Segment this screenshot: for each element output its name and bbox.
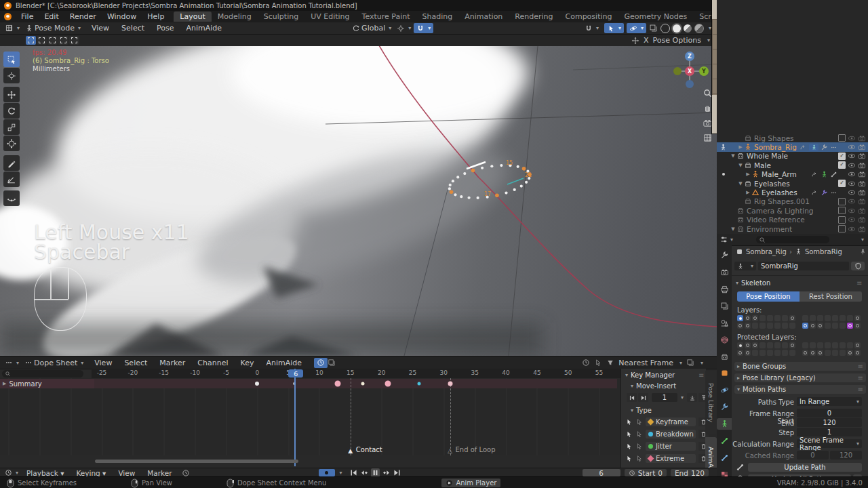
viewport-3d[interactable]: 152117 fps: 20.49 (6) Sombra_Rig : Torso…: [0, 46, 717, 356]
select-mode-set[interactable]: [26, 36, 36, 45]
breadcrumb-object[interactable]: Sombra_Rig: [746, 248, 787, 256]
playhead[interactable]: [294, 369, 296, 466]
layer-cell[interactable]: [789, 315, 795, 321]
preview-range-clock-icon[interactable]: [182, 469, 190, 477]
layer-cell[interactable]: [802, 315, 808, 321]
timeline-ruler[interactable]: -25-20-15-10-50510152025303540455055: [92, 369, 620, 378]
layer-cell[interactable]: [840, 323, 846, 329]
outliner-row-whole-male[interactable]: ▼Whole Male✓: [717, 152, 868, 161]
anim-player-chip[interactable]: Anim Player: [441, 479, 500, 487]
layer-cell[interactable]: [737, 342, 743, 348]
marker-triangle[interactable]: ▲: [348, 447, 353, 454]
layer-cell[interactable]: [737, 315, 743, 321]
normalize-icon[interactable]: [328, 359, 336, 367]
gizmo-y-axis[interactable]: Y: [699, 66, 709, 76]
properties-tab-scene[interactable]: [717, 317, 732, 329]
layer-cell[interactable]: [774, 323, 781, 329]
playhead-sync-toggle[interactable]: [314, 358, 328, 368]
layer-cell[interactable]: [767, 342, 773, 348]
layer-cell[interactable]: [760, 323, 766, 329]
snap-target-button[interactable]: ▾: [604, 23, 624, 33]
visibility-checkbox[interactable]: [838, 207, 846, 214]
layer-cell[interactable]: [817, 350, 823, 356]
key-manager-header[interactable]: ▾Key Manager ≡: [625, 371, 675, 379]
close-player-icon[interactable]: [446, 479, 453, 487]
timeline-menu-keying[interactable]: Keying ▾: [71, 469, 111, 477]
layer-cell[interactable]: [840, 342, 846, 348]
layer-cell[interactable]: [789, 323, 795, 329]
navigation-gizmo[interactable]: Z Y X: [673, 50, 710, 92]
pivot-point-button[interactable]: ▾: [394, 23, 414, 33]
fake-user-shield-button[interactable]: [851, 262, 865, 270]
end-frame-field[interactable]: End120: [671, 469, 709, 476]
breadcrumb-data[interactable]: SombraRig: [805, 248, 842, 256]
keyframe-keyframe-small-f17[interactable]: [361, 382, 365, 386]
layer-cell[interactable]: [745, 315, 751, 321]
summary-expand-icon[interactable]: ▶: [3, 381, 6, 386]
move-right-button[interactable]: [638, 393, 648, 402]
pose-options-dropdown[interactable]: Pose Options: [653, 36, 701, 45]
properties-tab-view-layer[interactable]: [717, 300, 732, 312]
clock-filter-icon[interactable]: [582, 359, 590, 367]
outliner-row-rig-shapes[interactable]: Rig Shapes: [717, 134, 868, 142]
calc-range-dropdown[interactable]: Scene Frame Range▾: [797, 439, 862, 448]
properties-tab-object-data[interactable]: [717, 418, 732, 430]
menu-window[interactable]: Window: [102, 12, 142, 21]
tool-rotate[interactable]: [3, 103, 20, 119]
layer-cell[interactable]: [802, 350, 808, 356]
gizmo-button[interactable]: ▾: [627, 23, 646, 33]
key-type-pill-breakdown[interactable]: Breakdown: [646, 430, 696, 439]
marker-label-end-of-loop[interactable]: End of Loop: [456, 446, 496, 453]
properties-options-dropdown[interactable]: ▾: [861, 237, 864, 243]
layer-cell[interactable]: [825, 350, 831, 356]
viewport-menu-pose[interactable]: Pose: [151, 24, 179, 33]
blender-app-menu-icon[interactable]: [4, 13, 12, 20]
disclosure-right-icon[interactable]: ▶: [745, 190, 751, 195]
layer-cell[interactable]: [854, 342, 861, 348]
layer-cell[interactable]: [810, 323, 816, 329]
move-amount-dropdown[interactable]: ▾: [681, 394, 684, 401]
step-field[interactable]: 1: [797, 428, 862, 436]
layer-cell[interactable]: [752, 323, 758, 329]
layer-cell[interactable]: [825, 342, 831, 348]
properties-search-input[interactable]: [756, 236, 829, 243]
layer-cell[interactable]: [737, 350, 743, 356]
properties-tab-object[interactable]: [717, 367, 732, 380]
visibility-checkbox[interactable]: ✓: [838, 152, 846, 160]
menu-file[interactable]: File: [16, 12, 39, 21]
visibility-checkbox[interactable]: ✓: [838, 161, 846, 169]
tool-scale[interactable]: [3, 119, 20, 135]
layer-cell[interactable]: [752, 350, 758, 356]
workspace-tab-uv-editing[interactable]: UV Editing: [304, 12, 355, 22]
layer-cell[interactable]: [847, 350, 853, 356]
auto-key-dropdown[interactable]: ▾: [340, 470, 342, 476]
visibility-checkbox[interactable]: ✓: [838, 180, 846, 187]
marker-triangle[interactable]: △: [448, 447, 452, 454]
timeline-menu-view[interactable]: View: [113, 469, 140, 477]
layer-cell[interactable]: [760, 350, 766, 356]
tool-select-box[interactable]: [3, 52, 20, 67]
overlays-icon[interactable]: [649, 24, 658, 33]
type-section-header[interactable]: ▾Type: [631, 407, 652, 414]
properties-tab-world[interactable]: [717, 333, 732, 346]
tool-annotate[interactable]: [3, 155, 20, 171]
layer-cell[interactable]: [767, 350, 773, 356]
update-path-button[interactable]: Update Path: [748, 463, 862, 472]
layer-cell[interactable]: [774, 315, 781, 321]
layer-cell[interactable]: [832, 342, 838, 348]
layer-cell[interactable]: [745, 323, 751, 329]
viewport-menu-animaide[interactable]: AnimAide: [181, 24, 228, 33]
layer-cell[interactable]: [760, 315, 766, 321]
layer-cell[interactable]: [840, 315, 846, 321]
auto-key-record-button[interactable]: [319, 469, 335, 476]
tab-pose-library[interactable]: Pose Library: [705, 371, 717, 434]
properties-tab-bone[interactable]: [717, 434, 732, 447]
workspace-tab-layout[interactable]: Layout: [174, 12, 211, 22]
dope-menu-animaide[interactable]: AnimAide: [260, 359, 307, 367]
layer-cell[interactable]: [854, 315, 861, 321]
tool-cursor[interactable]: [3, 68, 20, 83]
move-insert-header[interactable]: ▾Move-Insert: [631, 382, 676, 390]
dope-menu-view[interactable]: View: [89, 359, 117, 367]
keyframe-extreme-f21[interactable]: [384, 381, 391, 387]
disclosure-right-icon[interactable]: ▶: [737, 144, 744, 150]
